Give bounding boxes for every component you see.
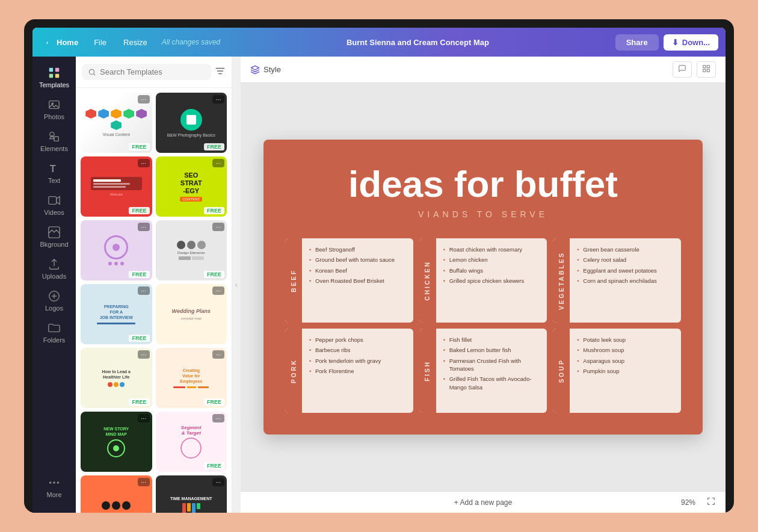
card-4-badge: FREE xyxy=(204,207,224,214)
style-button[interactable]: Style xyxy=(250,65,281,75)
home-button[interactable]: ‹ Home xyxy=(40,36,84,49)
list-item: Mushroom soup xyxy=(577,345,675,355)
filter-icon xyxy=(215,66,226,76)
card-2-more[interactable]: ··· xyxy=(212,95,224,104)
template-card-8[interactable]: Wedding Plans concept map ··· xyxy=(156,284,227,344)
card-14-more[interactable]: ··· xyxy=(212,478,224,486)
card-6-badge: FREE xyxy=(204,271,224,278)
svg-point-14 xyxy=(53,481,55,484)
comment-button[interactable] xyxy=(673,61,692,78)
list-item: Asparagus soup xyxy=(577,356,675,366)
download-button[interactable]: ⬇ Down... xyxy=(664,34,718,51)
card-11-more[interactable]: ··· xyxy=(138,414,150,422)
template-card-11[interactable]: NEW STORYMIND MAP ··· xyxy=(81,412,152,472)
card-13-more[interactable]: ··· xyxy=(138,478,150,486)
svg-rect-3 xyxy=(49,74,53,78)
sidebar-item-logos[interactable]: Logos xyxy=(32,285,76,317)
sidebar-uploads-label: Uploads xyxy=(42,273,66,280)
doc-title: Burnt Sienna and Cream Concept Map xyxy=(347,38,489,47)
search-input[interactable] xyxy=(100,67,205,76)
filter-button[interactable] xyxy=(215,66,226,78)
card-5-more[interactable]: ··· xyxy=(138,223,150,231)
template-card-9[interactable]: How to Lead aHealthier Life ··· FREE xyxy=(81,348,152,408)
sidebar-item-text[interactable]: T Text xyxy=(32,157,76,189)
sidebar-text-label: Text xyxy=(48,177,60,184)
card-6-more[interactable]: ··· xyxy=(212,223,224,231)
cell-soup-content: Potato leek soup Mushroom soup Asparagus… xyxy=(570,329,681,413)
card-7-more[interactable]: ··· xyxy=(138,286,150,295)
share-button[interactable]: Share xyxy=(615,34,659,51)
sidebar-more-label: More xyxy=(46,491,61,498)
grid-button[interactable] xyxy=(697,61,716,78)
card-3-more[interactable]: ··· xyxy=(138,159,150,167)
cell-vegetables-label: VEGETABLES xyxy=(558,252,565,310)
card-7-badge: FREE xyxy=(129,335,149,342)
screen: ‹ Home File Resize All changes saved Bur… xyxy=(32,28,726,513)
template-card-5[interactable]: ··· FREE xyxy=(81,220,152,280)
main-area: Templates Photos Elements T Text Videos xyxy=(32,57,726,513)
card-1-more[interactable]: ··· xyxy=(138,95,150,104)
buffet-cell-fish: FISH Fish fillet Baked Lemon butter fish… xyxy=(419,329,547,413)
sidebar-item-templates[interactable]: Templates xyxy=(32,61,76,93)
list-item: Pumpkin soup xyxy=(577,366,675,376)
template-card-7[interactable]: PREPARINGFOR AJOB INTERVIEW ··· FREE xyxy=(81,284,152,344)
canvas-scroll[interactable]: ideas for buffet VIANDS TO SERVE BEEF xyxy=(241,83,726,491)
panel-collapse-button[interactable]: ‹ xyxy=(232,57,241,513)
sidebar-item-elements[interactable]: Elements xyxy=(32,125,76,157)
template-card-12[interactable]: Segment& Target ··· FREE xyxy=(156,412,227,472)
sidebar-item-folders[interactable]: Folders xyxy=(32,317,76,348)
list-item: Pepper pork chops xyxy=(309,335,407,345)
template-card-3[interactable]: Website ··· FREE xyxy=(81,156,152,217)
card-4-more[interactable]: ··· xyxy=(212,159,224,167)
download-icon: ⬇ xyxy=(672,38,679,47)
card-3-badge: FREE xyxy=(129,207,149,214)
sidebar-item-uploads[interactable]: Uploads xyxy=(32,253,76,285)
fish-list: Fish fillet Baked Lemon butter fish Parm… xyxy=(443,335,541,392)
list-item: Oven Roasted Beef Brisket xyxy=(309,276,407,286)
sidebar-item-photos[interactable]: Photos xyxy=(32,93,76,125)
buffet-cell-soup: SOUP Potato leek soup Mushroom soup Aspa… xyxy=(553,329,681,413)
sidebar-item-background[interactable]: Bkground xyxy=(32,221,76,253)
card-8-more[interactable]: ··· xyxy=(212,286,224,295)
card-1-badge: FREE xyxy=(129,143,149,150)
list-item: Buffalo wings xyxy=(443,265,541,276)
template-card-13[interactable]: ··· xyxy=(81,475,152,513)
svg-rect-8 xyxy=(54,137,58,141)
fullscreen-button[interactable] xyxy=(706,496,716,508)
sidebar-folders-label: Folders xyxy=(43,336,66,344)
sidebar-item-videos[interactable]: Videos xyxy=(32,189,76,221)
templates-grid: Visual Content ··· FREE B&W Photography … xyxy=(76,88,232,513)
nav-right: Share ⬇ Down... xyxy=(615,34,718,51)
download-label: Down... xyxy=(682,38,710,47)
buffet-subtitle: VIANDS TO SERVE xyxy=(285,209,681,219)
card-9-more[interactable]: ··· xyxy=(138,350,150,359)
sidebar-elements-label: Elements xyxy=(40,145,68,152)
list-item: Pork tenderloin with gravy xyxy=(309,356,407,366)
resize-button[interactable]: Resize xyxy=(116,36,155,49)
file-button[interactable]: File xyxy=(87,36,114,49)
cell-vegetables-label-wrap: VEGETABLES xyxy=(553,238,570,323)
cell-pork-content: Pepper pork chops Barbecue ribs Pork ten… xyxy=(302,329,413,413)
svg-rect-1 xyxy=(49,68,53,72)
canvas-area: Style ideas for buffet xyxy=(241,57,726,513)
add-page-button[interactable]: + Add a new page xyxy=(454,498,512,507)
card-12-more[interactable]: ··· xyxy=(212,414,224,422)
svg-text:T: T xyxy=(50,163,56,174)
template-card-2[interactable]: B&W Photography Basics ··· FREE xyxy=(156,93,227,153)
buffet-grid: BEEF Beef Stroganoff Ground beef with to… xyxy=(285,238,681,413)
template-card-10[interactable]: CreatingValue forEmployees ··· FREE xyxy=(156,348,227,408)
buffet-cell-chicken: CHICKEN Roast chicken with rosemary Lemo… xyxy=(419,238,547,323)
list-item: Baked Lemon butter fish xyxy=(443,345,541,355)
template-card-4[interactable]: SEOSTRAT-EGY CONTENT ··· FREE xyxy=(156,156,227,217)
card-10-more[interactable]: ··· xyxy=(212,350,224,359)
template-card-6[interactable]: Design Elements ··· FREE xyxy=(156,220,227,280)
templates-panel: Visual Content ··· FREE B&W Photography … xyxy=(76,57,232,513)
cell-chicken-label: CHICKEN xyxy=(424,261,431,301)
cell-chicken-content: Roast chicken with rosemary Lemon chicke… xyxy=(436,238,547,323)
search-box[interactable] xyxy=(82,64,211,80)
template-card-1[interactable]: Visual Content ··· FREE xyxy=(81,93,152,153)
template-card-14[interactable]: TIME MANAGEMENT ··· xyxy=(156,475,227,513)
svg-rect-20 xyxy=(707,69,709,72)
list-item: Green bean casserole xyxy=(577,244,675,255)
sidebar-item-more[interactable]: More xyxy=(32,471,76,503)
